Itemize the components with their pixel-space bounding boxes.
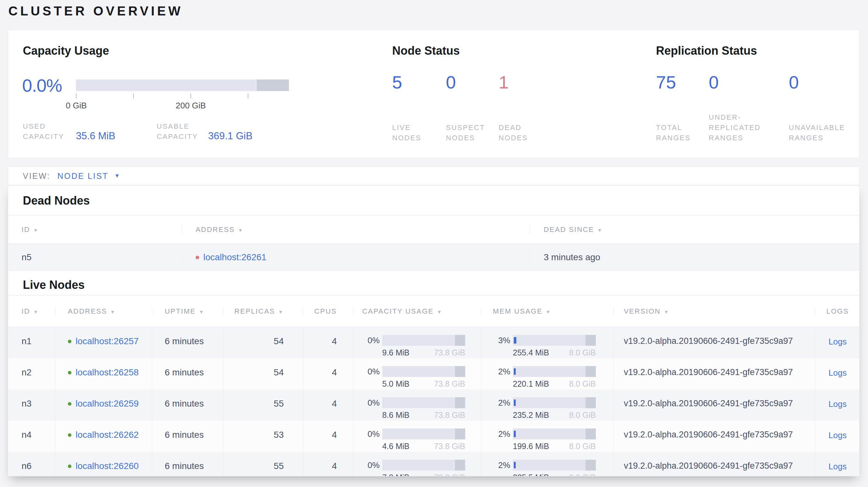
axis-label-0: 0 GiB (51, 101, 102, 111)
dead-nodes-label: DEAD NODES (499, 123, 557, 143)
unavailable-ranges-stat: 0 UNAVAILABLE RANGES (789, 72, 857, 143)
node-address-cell: localhost:26258 (55, 358, 152, 390)
node-address-link[interactable]: localhost:26257 (75, 336, 139, 346)
mem-total-value: 8.0 GiB (569, 442, 596, 451)
logs-link[interactable]: Logs (829, 430, 846, 440)
logs-cell: Logs (815, 452, 860, 476)
mem-bar-reserved-segment (586, 366, 596, 377)
view-dropdown-selected[interactable]: NODE LIST (57, 171, 108, 181)
capacity-bar-reserved-segment (257, 79, 289, 91)
nodes-panel: Dead Nodes ID▼ ADDRESS▼ DEAD SINCE▼ n5 l… (8, 185, 860, 476)
logs-link[interactable]: Logs (829, 337, 846, 347)
mem-bar-fill (514, 431, 516, 437)
logs-link[interactable]: Logs (829, 368, 846, 378)
capacity-percent: 0% (362, 460, 380, 470)
column-header-version[interactable]: VERSION▼ (614, 307, 815, 316)
replicas-value: 55 (224, 390, 303, 421)
node-address-cell: localhost:26262 (55, 421, 152, 452)
mem-percent: 2% (493, 367, 510, 377)
sort-arrow-icon: ▼ (33, 309, 39, 315)
under-replicated-count: 0 (709, 72, 784, 93)
node-address-link[interactable]: localhost:26262 (75, 430, 139, 440)
node-address-cell: localhost:26259 (55, 390, 152, 421)
mem-total-value: 8.0 GiB (569, 348, 596, 357)
column-header-id[interactable]: ID▼ (8, 226, 182, 234)
live-node-dot (68, 433, 71, 437)
mem-percent: 3% (493, 335, 510, 346)
used-capacity-label: USED CAPACITY (23, 121, 64, 142)
mem-total-value: 8.0 GiB (569, 473, 596, 476)
mem-percent: 2% (493, 460, 510, 470)
axis-tick (76, 94, 76, 98)
capacity-usage-cell: 0% 5.0 MiB73.8 GiB (353, 358, 481, 390)
cpus-value: 4 (303, 327, 353, 358)
mem-bar (513, 460, 596, 470)
sort-arrow-icon: ▼ (597, 227, 602, 233)
total-ranges-count: 75 (656, 72, 704, 93)
replicas-value: 54 (224, 327, 303, 358)
chevron-down-icon[interactable]: ▼ (114, 173, 120, 179)
sort-arrow-icon: ▼ (110, 309, 116, 315)
mem-bar-fill (514, 368, 516, 375)
view-label: VIEW: (23, 171, 50, 181)
column-header-mem-usage[interactable]: MEM USAGE▼ (481, 307, 614, 316)
capacity-used-value: 7.8 MiB (382, 473, 409, 476)
column-header-dead-since[interactable]: DEAD SINCE▼ (530, 226, 860, 234)
total-ranges-stat: 75 TOTAL RANGES (656, 72, 704, 143)
mem-used-value: 235.2 MiB (513, 411, 549, 420)
uptime-value: 6 minutes (152, 452, 224, 476)
dead-nodes-table-header: ID▼ ADDRESS▼ DEAD SINCE▼ (8, 216, 860, 244)
dead-nodes-stat: 1 DEAD NODES (499, 72, 557, 143)
column-header-id[interactable]: ID▼ (8, 307, 55, 316)
capacity-percent: 0% (362, 367, 380, 377)
sort-arrow-icon: ▼ (199, 309, 204, 315)
capacity-usage-title: Capacity Usage (23, 44, 109, 58)
capacity-total-value: 73.8 GiB (434, 379, 465, 389)
node-address-link[interactable]: localhost:26259 (75, 398, 139, 409)
capacity-bar-reserved-segment (455, 428, 465, 440)
logs-link[interactable]: Logs (829, 399, 846, 409)
mem-usage-cell: 3% 255.4 MiB8.0 GiB (481, 327, 614, 358)
capacity-bar (76, 79, 289, 91)
node-address-link[interactable]: localhost:26258 (75, 367, 139, 377)
capacity-total-value: 73.8 GiB (434, 442, 465, 451)
dead-node-dot (196, 256, 199, 259)
cpus-value: 4 (303, 421, 353, 452)
suspect-nodes-label: SUSPECT NODES (446, 123, 494, 143)
mem-bar (513, 397, 596, 408)
node-address-link[interactable]: localhost:26261 (203, 252, 267, 262)
mem-total-value: 8.0 GiB (569, 379, 596, 389)
logs-cell: Logs (815, 390, 860, 421)
column-header-address[interactable]: ADDRESS▼ (55, 307, 152, 316)
column-header-address[interactable]: ADDRESS▼ (182, 226, 530, 234)
column-header-replicas[interactable]: REPLICAS▼ (224, 307, 303, 316)
capacity-percent: 0% (362, 429, 380, 439)
logs-link[interactable]: Logs (829, 462, 846, 471)
node-address-link[interactable]: localhost:26260 (75, 461, 139, 471)
capacity-usage-cell: 0% 7.8 MiB73.8 GiB (353, 452, 481, 476)
column-header-uptime[interactable]: UPTIME▼ (152, 307, 224, 316)
table-row: n6 localhost:26260 6 minutes 55 4 0% 7.8… (8, 452, 860, 476)
replicas-value: 54 (224, 358, 303, 390)
capacity-used-value: 8.6 MiB (382, 411, 409, 420)
mem-percent: 2% (493, 398, 510, 408)
cpus-value: 4 (303, 390, 353, 421)
view-dropdown[interactable]: NODE LIST ▼ (57, 171, 120, 181)
table-row: n3 localhost:26259 6 minutes 55 4 0% 8.6… (8, 390, 860, 421)
mem-bar-reserved-segment (586, 460, 596, 470)
uptime-value: 6 minutes (152, 390, 224, 421)
dead-nodes-count: 1 (499, 72, 557, 93)
axis-label-200: 200 GiB (165, 101, 217, 111)
node-id: n3 (8, 390, 55, 421)
logs-cell: Logs (815, 327, 860, 358)
capacity-total-value: 73.8 GiB (434, 411, 465, 420)
live-nodes-label: LIVE NODES (392, 123, 440, 143)
column-header-capacity-usage[interactable]: CAPACITY USAGE▼ (353, 307, 481, 316)
cpus-value: 4 (303, 358, 353, 390)
live-nodes-heading: Live Nodes (23, 278, 85, 292)
mem-usage-cell: 2% 225.5 MiB8.0 GiB (481, 452, 614, 476)
node-address-cell: localhost:26261 (182, 252, 530, 262)
mem-used-value: 220.1 MiB (513, 379, 549, 389)
mem-used-value: 255.4 MiB (513, 348, 549, 357)
total-ranges-label: TOTAL RANGES (656, 123, 704, 143)
